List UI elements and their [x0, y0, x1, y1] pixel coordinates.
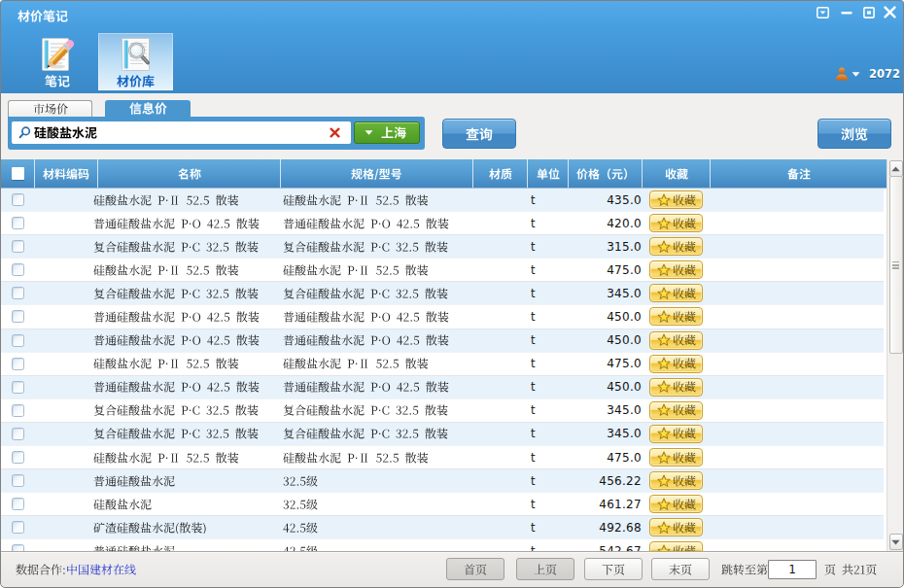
tab-market-price[interactable]: 市场价 — [8, 100, 92, 117]
favorite-button[interactable]: 收藏 — [649, 214, 703, 232]
browse-button[interactable]: 浏览 — [817, 119, 891, 149]
cell-spec: 复合硅酸盐水泥 P·C 32.5 散装 — [283, 282, 448, 304]
favorite-button[interactable]: 收藏 — [649, 355, 703, 373]
vertical-scrollbar[interactable] — [887, 159, 903, 551]
column-header-unit[interactable]: 单位 — [528, 159, 569, 188]
star-icon — [657, 521, 671, 535]
favorite-button[interactable]: 收藏 — [649, 541, 703, 551]
column-header-price[interactable]: 价格（元） — [569, 159, 643, 188]
favorite-button[interactable]: 收藏 — [649, 378, 703, 397]
table-row[interactable]: 硅酸盐水泥 P·Ⅱ 52.5 散装 硅酸盐水泥 P·Ⅱ 52.5 散装 t 47… — [1, 353, 884, 376]
favorite-button[interactable]: 收藏 — [649, 190, 703, 209]
favorite-button[interactable]: 收藏 — [649, 284, 703, 302]
prev-page-button[interactable]: 上页 — [516, 558, 574, 580]
table-row[interactable]: 硅酸盐水泥 32.5级 t 461.27 收藏 — [1, 493, 884, 516]
table-row[interactable]: 普通硅酸盐水泥 32.5级 t 456.22 收藏 — [1, 469, 884, 493]
row-checkbox[interactable] — [12, 240, 24, 253]
table-row[interactable]: 普通硅酸盐水泥 P·O 42.5 散装 普通硅酸盐水泥 P·O 42.5 散装 … — [1, 212, 884, 235]
data-partner-link[interactable]: 中国建材在线 — [66, 564, 136, 575]
favorite-button[interactable]: 收藏 — [649, 260, 703, 279]
first-page-button[interactable]: 首页 — [446, 558, 504, 580]
favorite-button[interactable]: 收藏 — [649, 425, 703, 443]
last-page-button[interactable]: 末页 — [651, 558, 710, 580]
favorite-button[interactable]: 收藏 — [649, 331, 703, 350]
star-icon — [657, 544, 671, 551]
row-checkbox[interactable] — [12, 404, 24, 417]
scroll-down-button[interactable] — [889, 534, 903, 550]
text-svg — [93, 452, 239, 464]
table-row[interactable]: 复合硅酸盐水泥 P·C 32.5 散装 复合硅酸盐水泥 P·C 32.5 散装 … — [1, 235, 884, 259]
star-icon — [657, 333, 671, 347]
search-input[interactable]: 硅酸盐水泥 — [12, 121, 351, 144]
row-checkbox[interactable] — [12, 217, 24, 229]
text-svg — [673, 428, 696, 439]
row-checkbox[interactable] — [12, 310, 24, 323]
row-checkbox[interactable] — [12, 334, 24, 347]
jump-to-page-label: 跳转至第 — [721, 564, 768, 575]
maximize-button[interactable] — [863, 7, 875, 18]
favorite-button[interactable]: 收藏 — [649, 471, 703, 490]
toolbar-button-notes[interactable]: 笔记 — [19, 33, 95, 90]
row-checkbox[interactable] — [12, 498, 24, 510]
table-row[interactable]: 普通硅酸盐水泥 P·O 42.5 散装 普通硅酸盐水泥 P·O 42.5 散装 … — [1, 376, 884, 399]
select-all-checkbox[interactable] — [1, 159, 35, 188]
column-header-note[interactable]: 备注 — [711, 159, 887, 188]
scrollbar-thumb[interactable] — [889, 176, 903, 354]
table-row[interactable]: 硅酸盐水泥 P·Ⅱ 52.5 散装 硅酸盐水泥 P·Ⅱ 52.5 散装 t 43… — [1, 189, 884, 212]
text-svg — [673, 288, 696, 299]
clear-search-button[interactable] — [330, 127, 340, 138]
table-row[interactable]: 复合硅酸盐水泥 P·C 32.5 散装 复合硅酸盐水泥 P·C 32.5 散装 … — [1, 399, 884, 423]
table-row[interactable]: 普通硅酸盐水泥 P·O 42.5 散装 普通硅酸盐水泥 P·O 42.5 散装 … — [1, 305, 884, 329]
column-header-material[interactable]: 材质 — [473, 159, 528, 188]
toolbar-button-price-library[interactable]: 材价库 — [98, 33, 173, 90]
minimize-button[interactable] — [841, 7, 852, 18]
tab-info-price[interactable]: 信息价 — [105, 100, 191, 117]
cell-spec: 硅酸盐水泥 P·Ⅱ 52.5 散装 — [283, 353, 429, 375]
region-select-button[interactable]: 上海 — [354, 121, 420, 144]
favorite-button[interactable]: 收藏 — [649, 307, 703, 326]
column-header-spec[interactable]: 规格/型号 — [281, 159, 473, 188]
favorite-button[interactable]: 收藏 — [649, 448, 703, 467]
page-number-input[interactable] — [768, 560, 817, 579]
row-checkbox[interactable] — [12, 521, 24, 534]
user-icon — [835, 67, 849, 81]
row-checkbox[interactable] — [12, 451, 24, 464]
column-header-code[interactable]: 材料编码 — [35, 159, 98, 188]
row-checkbox[interactable] — [12, 193, 24, 206]
row-checkbox[interactable] — [12, 287, 24, 299]
query-button[interactable]: 查询 — [442, 119, 516, 149]
favorite-button[interactable]: 收藏 — [649, 237, 703, 256]
table-row[interactable]: 硅酸盐水泥 P·Ⅱ 52.5 散装 硅酸盐水泥 P·Ⅱ 52.5 散装 t 47… — [1, 259, 884, 282]
cell-unit: t — [531, 399, 536, 422]
text-svg — [665, 168, 688, 180]
cell-price: 475.0 — [569, 259, 642, 281]
table-row[interactable]: 普通硅酸盐水泥 42.5级 t 542.67 收藏 — [1, 539, 884, 551]
row-checkbox[interactable] — [12, 474, 24, 487]
row-checkbox[interactable] — [12, 544, 24, 551]
table-row[interactable]: 复合硅酸盐水泥 P·C 32.5 散装 复合硅酸盐水泥 P·C 32.5 散装 … — [1, 282, 884, 305]
row-checkbox[interactable] — [12, 263, 24, 276]
text-svg — [178, 168, 201, 180]
row-checkbox[interactable] — [12, 381, 24, 394]
column-header-name[interactable]: 名称 — [98, 159, 281, 188]
skin-button[interactable] — [817, 7, 829, 18]
favorite-button[interactable]: 收藏 — [649, 518, 703, 536]
next-page-button[interactable]: 下页 — [584, 558, 643, 580]
scroll-up-button[interactable] — [889, 160, 903, 177]
row-checkbox[interactable] — [12, 358, 24, 370]
table-row[interactable]: 普通硅酸盐水泥 P·O 42.5 散装 普通硅酸盐水泥 P·O 42.5 散装 … — [1, 329, 884, 353]
star-icon — [657, 310, 671, 324]
text-svg — [43, 168, 89, 180]
favorite-button[interactable]: 收藏 — [649, 495, 703, 513]
close-button[interactable] — [884, 6, 896, 18]
data-partner-label: 数据合作: — [16, 564, 66, 575]
table-row[interactable]: 矿渣硅酸盐水泥(散装) 42.5级 t 492.68 收藏 — [1, 516, 884, 539]
user-menu[interactable]: 2072 — [835, 67, 900, 81]
favorite-button[interactable]: 收藏 — [649, 401, 703, 420]
table-row[interactable]: 复合硅酸盐水泥 P·C 32.5 散装 复合硅酸盐水泥 P·C 32.5 散装 … — [1, 423, 884, 446]
column-header-favorite[interactable]: 收藏 — [643, 159, 711, 188]
cell-unit: t — [531, 446, 536, 468]
text-svg — [34, 126, 97, 139]
row-checkbox[interactable] — [12, 428, 24, 440]
table-row[interactable]: 硅酸盐水泥 P·Ⅱ 52.5 散装 硅酸盐水泥 P·Ⅱ 52.5 散装 t 47… — [1, 446, 884, 469]
